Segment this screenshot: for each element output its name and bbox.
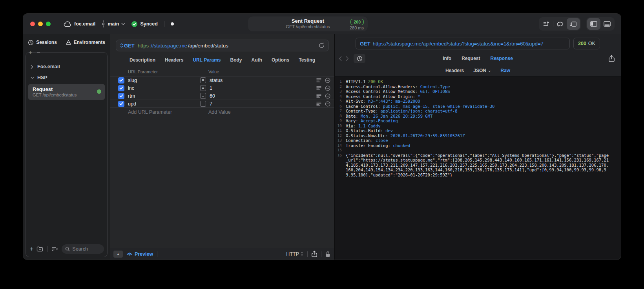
text-lines-icon[interactable]	[316, 94, 321, 98]
param-name[interactable]: slug	[128, 78, 200, 83]
response-url-box[interactable]: GET https://statuspage.me/api/embed/stat…	[356, 38, 570, 49]
tab-info[interactable]: Info	[443, 56, 451, 61]
remove-row-icon[interactable]	[325, 93, 330, 99]
add-param-value-placeholder[interactable]: Add Value	[208, 109, 231, 115]
response-status-text: OK	[588, 41, 595, 46]
param-value[interactable]: 1	[210, 85, 316, 91]
search-icon	[65, 247, 70, 251]
param-rows: slug = status inc = 1	[110, 76, 334, 108]
tab-testing[interactable]: Testing	[299, 57, 315, 63]
text-lines-icon[interactable]	[316, 78, 321, 82]
tab-auth[interactable]: Auth	[252, 57, 262, 63]
tab-url-params[interactable]: URL Params	[193, 57, 221, 63]
send-to-panel-button[interactable]	[567, 18, 580, 30]
branch-selector[interactable]: main	[101, 20, 125, 27]
tab-raw[interactable]: Raw	[500, 68, 510, 73]
remove-row-icon[interactable]	[325, 85, 330, 91]
tab-response[interactable]: Response	[490, 56, 513, 61]
add-param-name-placeholder[interactable]: Add URL Parameter	[128, 109, 208, 115]
param-name[interactable]: rtm	[128, 93, 200, 99]
url-scheme: https	[138, 43, 149, 49]
sidebar-tab-environments[interactable]: Environments	[66, 40, 105, 45]
app-window: foe.email main Synced	[23, 14, 621, 260]
param-name[interactable]: inc	[128, 85, 200, 91]
response-status-code: 200	[578, 41, 586, 46]
divider	[164, 21, 164, 27]
tab-options[interactable]: Options	[272, 57, 289, 63]
tab-request[interactable]: Request	[462, 56, 480, 61]
preview-label: Preview	[135, 251, 153, 257]
response-url: https://statuspage.me/api/embed/status?s…	[373, 41, 544, 47]
remove-row-icon[interactable]	[325, 101, 330, 107]
remove-item-button[interactable]: −	[37, 49, 40, 56]
zoom-window-button[interactable]	[46, 22, 51, 26]
param-enabled-checkbox[interactable]	[118, 77, 124, 84]
text-lines-icon[interactable]	[316, 86, 321, 90]
request-url-bar[interactable]: GET https://statuspage.me/api/embed/stat…	[116, 40, 329, 51]
branch-name: main	[108, 21, 119, 27]
tree-item-request-selected[interactable]: Request GET /api/embed/status	[28, 84, 105, 100]
protocol-selector[interactable]: HTTP	[286, 251, 303, 257]
tab-description[interactable]: Description	[130, 57, 155, 63]
tab-body[interactable]: Body	[230, 57, 242, 63]
param-row[interactable]: rtm = 60	[110, 92, 334, 100]
param-value[interactable]: status	[210, 78, 316, 83]
request-item-title: Request	[33, 86, 101, 92]
new-request-button[interactable]: +	[30, 245, 33, 253]
synced-check-icon	[131, 21, 138, 27]
layout-bottombar-toggle[interactable]	[600, 18, 614, 30]
response-raw-view[interactable]: 1HTTP/1.1 200 OK2Access-Control-Allow-He…	[335, 76, 621, 260]
preview-button[interactable]: </> Preview	[127, 251, 153, 257]
desktop-background: foe.email main Synced	[0, 0, 644, 289]
tab-headers[interactable]: Headers	[165, 57, 183, 63]
close-window-button[interactable]	[30, 22, 35, 26]
flow-loop-button[interactable]	[553, 18, 567, 30]
add-param-row[interactable]: Add URL Parameter Add Value	[110, 108, 334, 116]
chevron-down-icon	[31, 76, 34, 79]
sent-request-title: Sent Request	[286, 18, 330, 24]
divider	[157, 251, 157, 257]
param-enabled-checkbox[interactable]	[118, 101, 124, 107]
param-row[interactable]: slug = status	[110, 76, 334, 84]
project-cloud-menu[interactable]: foe.email	[64, 21, 95, 27]
requests-list-button[interactable]	[540, 18, 553, 30]
code-line: 13Connection: close	[335, 138, 621, 143]
reload-icon[interactable]	[319, 42, 325, 49]
protocol-label: HTTP	[286, 251, 299, 257]
share-icon[interactable]	[312, 251, 317, 257]
new-folder-button[interactable]	[36, 246, 43, 252]
sent-request-pill[interactable]: Sent Request GET /api/embed/status 200 2…	[248, 16, 368, 31]
request-footer: ▲ </> Preview HTTP	[110, 248, 334, 260]
tree-group-hsp[interactable]: HSP	[26, 72, 107, 83]
tab-headers[interactable]: Headers	[445, 68, 464, 73]
param-enabled-checkbox[interactable]	[118, 85, 124, 91]
param-value[interactable]: 7	[210, 101, 316, 107]
sidebar-tab-environments-label: Environments	[74, 40, 105, 45]
search-input[interactable]	[72, 246, 100, 252]
minimize-window-button[interactable]	[38, 22, 43, 26]
collapse-panel-button[interactable]: ▲	[113, 251, 123, 258]
unsaved-indicator-dot	[171, 22, 174, 25]
git-commit-icon	[101, 20, 105, 27]
response-tabs: InfoRequestResponse	[335, 56, 621, 61]
chevron-down-icon: ⌄	[488, 69, 491, 72]
param-name[interactable]: upd	[128, 101, 200, 107]
param-enabled-checkbox[interactable]	[118, 93, 124, 99]
divider	[307, 251, 308, 257]
param-value[interactable]: 60	[210, 93, 316, 99]
url-path: /api/embed/status	[188, 43, 228, 49]
tab-json[interactable]: JSON⌄	[473, 68, 491, 73]
sync-status[interactable]: Synced	[131, 21, 157, 27]
sidebar-tab-sessions[interactable]: Sessions	[28, 40, 57, 45]
add-item-button[interactable]: +	[29, 49, 32, 56]
param-row[interactable]: inc = 1	[110, 84, 334, 92]
lock-icon[interactable]	[325, 251, 330, 257]
request-method[interactable]: GET	[124, 43, 135, 49]
sort-filter-button[interactable]	[51, 247, 58, 251]
param-row[interactable]: upd = 7	[110, 100, 334, 108]
remove-row-icon[interactable]	[325, 78, 330, 83]
tree-group-foe-email[interactable]: Foe.email	[26, 61, 107, 72]
equals-icon: =	[200, 101, 206, 107]
layout-sidebar-toggle[interactable]	[587, 18, 600, 30]
text-lines-icon[interactable]	[316, 102, 321, 106]
